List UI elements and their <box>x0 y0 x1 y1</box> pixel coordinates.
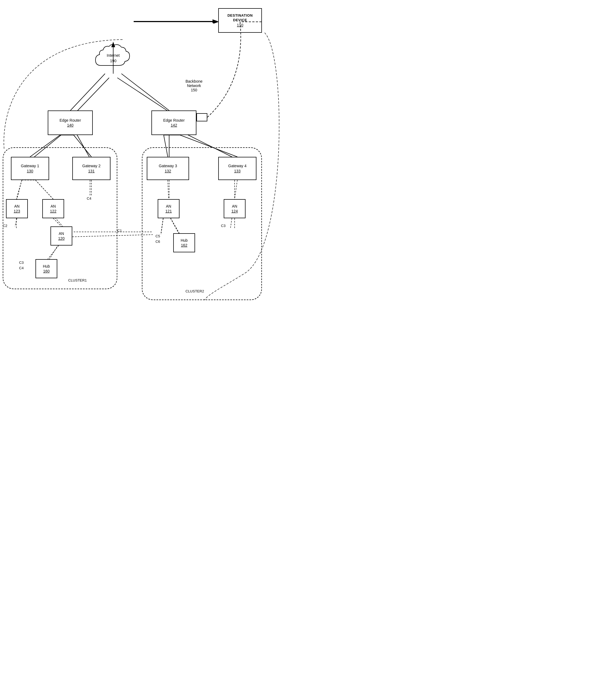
edge-router-140-label: Edge Router <box>59 118 81 123</box>
edge-router-142-label: Edge Router <box>163 118 185 123</box>
internet-ref: 190 <box>107 59 119 63</box>
edge-router-140-ref: 140 <box>67 123 73 128</box>
er142-connector <box>197 113 207 121</box>
internet-cloud: Internet 190 <box>93 42 134 79</box>
edge-router-142-ref: 142 <box>171 123 177 128</box>
destination-ref: 110 <box>237 23 243 27</box>
cluster1-boundary <box>3 147 117 289</box>
destination-device-box: DESTINATION DEVICE 110 <box>218 8 262 33</box>
c1-label: C1 <box>117 229 122 233</box>
edge-router-140-box: Edge Router 140 <box>48 110 93 135</box>
backbone-ref: 150 <box>191 88 197 92</box>
destination-label: DESTINATION DEVICE <box>228 13 253 23</box>
network-diagram: DESTINATION DEVICE 110 Internet 190 Back… <box>0 0 308 338</box>
svg-line-3 <box>117 78 169 112</box>
cluster2-boundary <box>142 147 262 300</box>
svg-line-2 <box>76 78 109 112</box>
backbone-label: Backbone Network 150 <box>185 79 203 92</box>
internet-label: Internet <box>107 53 119 58</box>
edge-router-142-box: Edge Router 142 <box>152 110 197 135</box>
